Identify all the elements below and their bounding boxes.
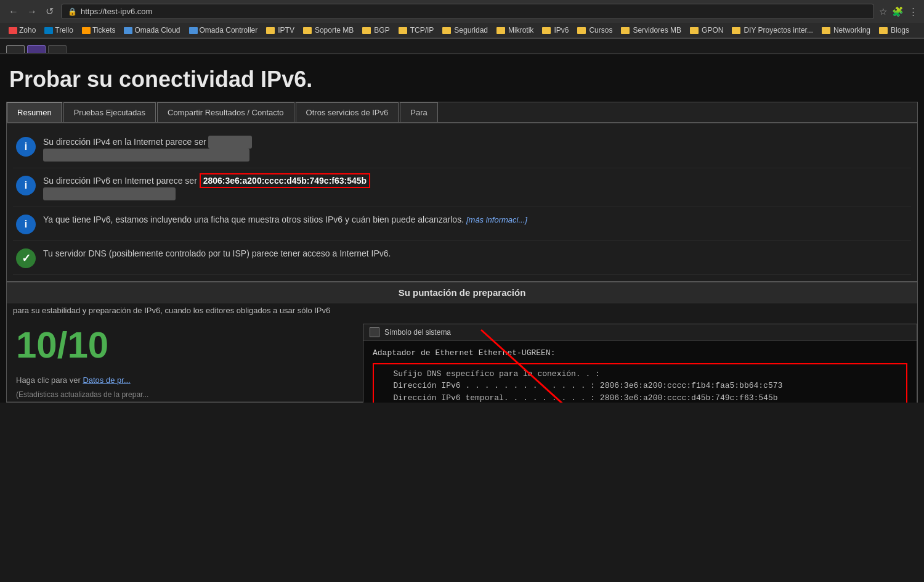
tab-mirrors[interactable] bbox=[48, 45, 67, 53]
page-title: Probar su conectividad IPv6. bbox=[9, 67, 915, 92]
info-icon-1: i bbox=[16, 137, 36, 157]
bookmark-gpon[interactable]: GPON bbox=[686, 25, 727, 36]
cmd-header: Adaptador de Ethernet Ethernet-UGREEN: bbox=[373, 347, 907, 359]
browser-toolbar: ← → ↺ 🔒 https://test-ipv6.com ☆ 🧩 ⋮ bbox=[0, 0, 924, 23]
extension-icon[interactable]: 🧩 bbox=[892, 6, 904, 17]
star-icon[interactable]: ☆ bbox=[879, 6, 887, 17]
bookmark-cursos[interactable]: Cursos bbox=[573, 25, 616, 36]
cmd-window-icon bbox=[370, 327, 379, 337]
cmd-line-ipv6-static: Dirección IPv6 . . . . . . . . . . . . .… bbox=[379, 380, 901, 392]
score-bar: Su puntación de preparación bbox=[7, 281, 917, 303]
isp-name-blurred-2: (████████████████████, bbox=[43, 187, 176, 200]
browser-actions: ☆ 🧩 ⋮ bbox=[879, 6, 918, 17]
inner-tab-para[interactable]: Para bbox=[400, 102, 437, 122]
info-text-sites: Ya que tiene IPv6, estamos incluyendo un… bbox=[43, 213, 908, 226]
bookmark-iptv[interactable]: IPTV bbox=[262, 25, 298, 36]
main-heading-section: Probar su conectividad IPv6. bbox=[0, 54, 924, 102]
cmd-line-dns: Sufijo DNS específico para la conexión. … bbox=[379, 368, 901, 380]
bookmark-omada-cloud[interactable]: Omada Cloud bbox=[120, 25, 184, 36]
cmd-title: Símbolo del sistema bbox=[384, 328, 451, 337]
ipv4-address-blurred bbox=[208, 136, 251, 149]
bookmark-omada-controller[interactable]: Omada Controller bbox=[185, 25, 262, 36]
bookmark-blogs[interactable]: Blogs bbox=[875, 25, 913, 36]
info-icon-3: i bbox=[16, 215, 36, 234]
more-info-link[interactable]: [más informaci...] bbox=[466, 215, 527, 224]
info-row-ipv6: i Su dirección IPv6 en Internet parece s… bbox=[13, 168, 911, 207]
info-icon-check: ✓ bbox=[16, 248, 36, 268]
back-button[interactable]: ← bbox=[6, 4, 21, 18]
info-section: i Su dirección IPv4 en la Internet parec… bbox=[7, 123, 917, 281]
bookmark-ipv6[interactable]: IPv6 bbox=[538, 25, 572, 36]
tab-prueba-ipv6[interactable] bbox=[6, 45, 25, 53]
tab-faq[interactable] bbox=[27, 45, 46, 53]
info-icon-2: i bbox=[16, 176, 36, 195]
score-cmd-area: 10/10 Haga clic para ver Datos de pr... … bbox=[7, 318, 917, 402]
menu-icon[interactable]: ⋮ bbox=[909, 6, 918, 17]
info-text-ipv6: Su dirección IPv6 en Internet parece ser… bbox=[43, 174, 908, 200]
browser-chrome: ← → ↺ 🔒 https://test-ipv6.com ☆ 🧩 ⋮ Zoho… bbox=[0, 0, 924, 39]
nav-buttons: ← → ↺ bbox=[6, 4, 56, 18]
info-text-ipv4: Su dirección IPv4 en la Internet parece … bbox=[43, 136, 908, 162]
info-row-dns: ✓ Tu servidor DNS (posiblemente controla… bbox=[13, 241, 911, 275]
bookmark-trello[interactable]: Trello bbox=[41, 25, 77, 36]
bookmark-seguridad[interactable]: Seguridad bbox=[439, 25, 492, 36]
ipv6-address-highlighted: 2806:3e6:a200:cccc:d45b:749c:f63:545b bbox=[200, 173, 370, 188]
bookmark-networking[interactable]: Networking bbox=[818, 25, 874, 36]
address-bar[interactable]: 🔒 https://test-ipv6.com bbox=[61, 4, 874, 19]
bookmark-mikrotik[interactable]: Mikrotik bbox=[493, 25, 537, 36]
bookmarks-bar: Zoho Trello Tickets Omada Cloud Omada Co… bbox=[0, 23, 924, 38]
bookmark-diy[interactable]: DIY Proyectos inter... bbox=[728, 25, 817, 36]
info-row-ipv6-sites: i Ya que tiene IPv6, estamos incluyendo … bbox=[13, 207, 911, 241]
score-number: 10/10 bbox=[16, 324, 108, 366]
score-bar-label: Su puntación de preparación bbox=[399, 287, 526, 298]
cmd-window: Símbolo del sistema Adaptador de Etherne… bbox=[363, 324, 917, 403]
url-text: https://test-ipv6.com bbox=[81, 7, 152, 16]
info-row-ipv4: i Su dirección IPv4 en la Internet parec… bbox=[13, 129, 911, 168]
inner-tabs: Resumen Pruebas Ejecutadas Compartir Res… bbox=[7, 102, 917, 123]
isp-name-blurred-1: (████████████████████████████████) bbox=[43, 149, 249, 162]
bookmark-tcpip[interactable]: TCP/IP bbox=[395, 25, 438, 36]
cmd-line-ipv6-temp: Dirección IPv6 temporal. . . . . . . . .… bbox=[379, 392, 901, 403]
forward-button[interactable]: → bbox=[25, 4, 39, 18]
cmd-highlighted-box: Sufijo DNS específico para la conexión. … bbox=[373, 363, 907, 403]
cmd-content: Adaptador de Ethernet Ethernet-UGREEN: S… bbox=[363, 341, 917, 403]
top-nav-tabs bbox=[0, 39, 924, 54]
inner-tab-otros[interactable]: Otros servicios de IPv6 bbox=[296, 102, 399, 122]
bookmark-servidores[interactable]: Servidores MB bbox=[617, 25, 685, 36]
cmd-titlebar: Símbolo del sistema bbox=[363, 324, 917, 341]
bookmark-soporte[interactable]: Soporte MB bbox=[299, 25, 357, 36]
lock-icon: 🔒 bbox=[68, 7, 77, 16]
inner-tab-compartir[interactable]: Compartir Resultados / Contacto bbox=[157, 102, 294, 122]
inner-tab-pruebas[interactable]: Pruebas Ejecutadas bbox=[63, 102, 156, 122]
datos-link[interactable]: Datos de pr... bbox=[83, 375, 130, 385]
inner-tab-resumen[interactable]: Resumen bbox=[7, 102, 62, 122]
bookmark-zoho[interactable]: Zoho bbox=[5, 25, 39, 36]
info-text-dns: Tu servidor DNS (posiblemente controlado… bbox=[43, 247, 908, 260]
bookmark-bgp[interactable]: BGP bbox=[359, 25, 393, 36]
reload-button[interactable]: ↺ bbox=[43, 4, 56, 18]
score-description: para su estabilidad y preparación de IPv… bbox=[7, 303, 917, 318]
page-content: Probar su conectividad IPv6. Resumen Pru… bbox=[0, 39, 924, 403]
content-area: Resumen Pruebas Ejecutadas Compartir Res… bbox=[6, 102, 918, 403]
bookmark-tickets[interactable]: Tickets bbox=[78, 25, 120, 36]
